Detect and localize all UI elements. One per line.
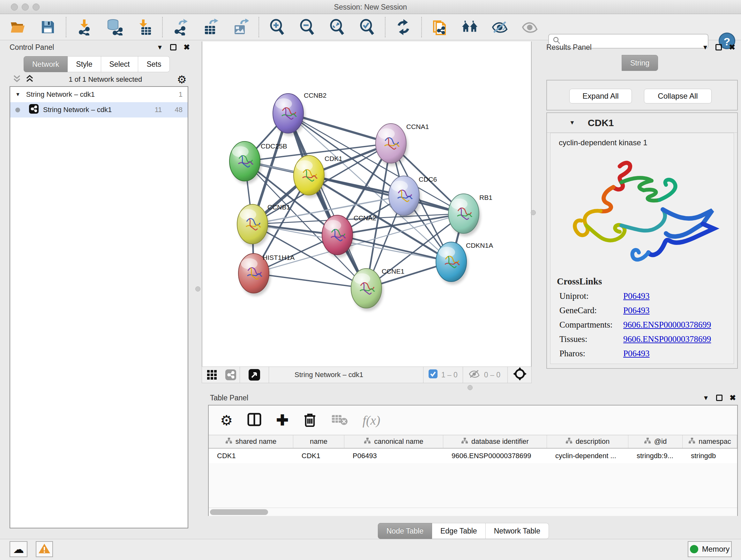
network-options-gear-icon[interactable]: ⚙ — [177, 75, 187, 84]
collapse-all-button[interactable]: Collapse All — [644, 89, 712, 104]
zoom-selected-icon[interactable] — [359, 19, 375, 36]
export-image-icon[interactable] — [232, 19, 249, 36]
pan-crosshair-icon[interactable] — [513, 367, 527, 383]
warnings-button[interactable] — [36, 541, 53, 557]
table-cell[interactable]: stringdb — [683, 449, 737, 463]
network-share-icon[interactable] — [222, 367, 240, 383]
add-row-icon[interactable]: ✚ — [276, 412, 288, 429]
crosslink-link[interactable]: P06493 — [623, 349, 650, 359]
column-header-canonical-name[interactable]: canonical name — [344, 435, 443, 448]
export-table-icon[interactable] — [202, 19, 219, 36]
tab-node-table[interactable]: Node Table — [378, 523, 432, 539]
close-panel-icon[interactable]: ✖ — [729, 43, 735, 52]
column-header--id[interactable]: @id — [628, 435, 683, 448]
tab-string[interactable]: String — [622, 55, 658, 71]
open-session-icon[interactable] — [10, 19, 26, 36]
table-cell[interactable]: P06493 — [344, 449, 443, 463]
left-splitter-handle[interactable] — [195, 287, 200, 292]
crosslink-link[interactable]: 9606.ENSP00000378699 — [623, 320, 711, 330]
delete-table-icon[interactable] — [331, 413, 348, 427]
close-panel-icon[interactable]: ✖ — [184, 43, 190, 52]
network-node-cdc6[interactable]: CDC6 — [389, 176, 437, 219]
zoom-fit-icon[interactable] — [329, 19, 345, 36]
column-header-description[interactable]: description — [547, 435, 628, 448]
column-header-shared-name[interactable]: shared name — [209, 435, 293, 448]
column-header-database-identifier[interactable]: database identifier — [443, 435, 547, 448]
function-builder-icon[interactable]: f(x) — [362, 413, 381, 428]
zoom-out-icon[interactable] — [299, 19, 315, 36]
crosslink-row: Compartments:9606.ENSP00000378699 — [559, 320, 734, 330]
table-row[interactable]: CDK1CDK1P064939606.ENSP00000378699cyclin… — [209, 449, 737, 463]
string-network-graph[interactable]: CCNB2CCNA1CDC25BCDK1CDC6RB1CCNB1CCNA2CDK… — [202, 42, 531, 365]
table-cell[interactable]: 9606.ENSP00000378699 — [443, 449, 547, 463]
column-tree-icon — [644, 437, 651, 446]
table-cell[interactable]: stringdb:9... — [628, 449, 683, 463]
table-options-gear-icon[interactable]: ⚙ — [220, 412, 232, 428]
import-table-icon[interactable] — [136, 19, 152, 36]
network-node-hist1h1a[interactable]: HIST1H1A — [239, 253, 294, 296]
column-tree-icon — [688, 437, 695, 446]
column-header-name[interactable]: name — [293, 435, 344, 448]
crosslink-link[interactable]: P06493 — [623, 291, 650, 301]
scrollbar-thumb[interactable] — [210, 509, 268, 515]
zoom-in-icon[interactable] — [269, 19, 285, 36]
birds-eye-view-icon[interactable] — [240, 367, 269, 383]
collapse-panel-icon[interactable]: ▼ — [703, 394, 709, 401]
tab-style[interactable]: Style — [68, 56, 101, 72]
hide-selected-icon[interactable] — [491, 19, 508, 36]
table-cell[interactable]: cyclin-dependent ... — [547, 449, 628, 463]
close-panel-icon[interactable]: ✖ — [730, 393, 736, 402]
selected-checkbox-icon[interactable] — [428, 369, 437, 380]
network-collection-row[interactable]: ▼ String Network – cdk1 1 — [10, 87, 188, 102]
tree-expander-icon[interactable]: ▼ — [15, 91, 20, 98]
show-columns-icon[interactable] — [247, 413, 261, 428]
float-panel-icon[interactable] — [716, 44, 722, 51]
tab-network-table[interactable]: Network Table — [486, 523, 549, 539]
refresh-icon[interactable] — [395, 19, 412, 36]
show-all-icon[interactable] — [522, 19, 538, 36]
float-panel-icon[interactable] — [716, 395, 723, 401]
float-panel-icon[interactable] — [170, 44, 177, 51]
cloud-button[interactable]: ☁ — [10, 541, 27, 557]
network-canvas[interactable]: CCNB2CCNA1CDC25BCDK1CDC6RB1CCNB1CCNA2CDK… — [202, 42, 532, 367]
network-node-ccna1[interactable]: CCNA1 — [376, 123, 429, 166]
table-cell[interactable]: CDK1 — [293, 449, 344, 463]
horizontal-splitter-handle[interactable] — [468, 385, 473, 390]
import-network-from-database-icon[interactable] — [106, 19, 123, 36]
table-horizontal-scrollbar[interactable] — [209, 508, 737, 516]
gene-expander-icon[interactable]: ▼ — [569, 119, 575, 126]
collapse-panel-icon[interactable]: ▼ — [157, 44, 163, 51]
right-splitter-handle[interactable] — [531, 210, 536, 215]
column-header-namespac[interactable]: namespac — [683, 435, 737, 448]
collapse-all-networks-icon[interactable] — [25, 75, 34, 84]
expand-all-button[interactable]: Expand All — [569, 89, 632, 104]
crosslink-link[interactable]: 9606.ENSP00000378699 — [623, 334, 711, 344]
network-node-cdkn1a[interactable]: CDKN1A — [436, 242, 493, 285]
network-node-cdc25b[interactable]: CDC25B — [229, 141, 287, 184]
import-network-icon[interactable] — [76, 19, 92, 36]
network-node-ccne1[interactable]: CCNE1 — [351, 267, 404, 311]
network-row[interactable]: String Network – cdk1 11 48 — [10, 102, 188, 118]
tab-select[interactable]: Select — [101, 56, 138, 72]
tab-sets[interactable]: Sets — [138, 56, 170, 72]
control-panel-tabs: Network Style Select Sets — [23, 56, 170, 72]
save-session-icon[interactable] — [40, 19, 56, 36]
collapse-panel-icon[interactable]: ▼ — [702, 44, 709, 51]
tab-network[interactable]: Network — [23, 56, 68, 72]
node-table[interactable]: shared namenamecanonical namedatabase id… — [209, 435, 737, 463]
crosslink-link[interactable]: P06493 — [623, 306, 650, 315]
gene-header-row[interactable]: ▼ CDK1 — [547, 113, 737, 133]
delete-row-trash-icon[interactable] — [303, 412, 317, 428]
network-node-rb1[interactable]: RB1 — [448, 194, 492, 236]
expand-all-networks-icon[interactable] — [13, 75, 21, 84]
network-node-ccnb2[interactable]: CCNB2 — [273, 91, 327, 136]
network-node-ccna2[interactable]: CCNA2 — [322, 214, 376, 258]
table-cell[interactable]: CDK1 — [209, 449, 293, 463]
grid-view-icon[interactable] — [202, 367, 222, 383]
tab-edge-table[interactable]: Edge Table — [432, 523, 486, 539]
share-document-icon[interactable] — [431, 19, 448, 36]
memory-button[interactable]: Memory — [688, 541, 732, 557]
hidden-eye-icon[interactable] — [468, 369, 480, 381]
home-pages-icon[interactable] — [461, 19, 478, 36]
export-network-icon[interactable] — [172, 19, 189, 36]
